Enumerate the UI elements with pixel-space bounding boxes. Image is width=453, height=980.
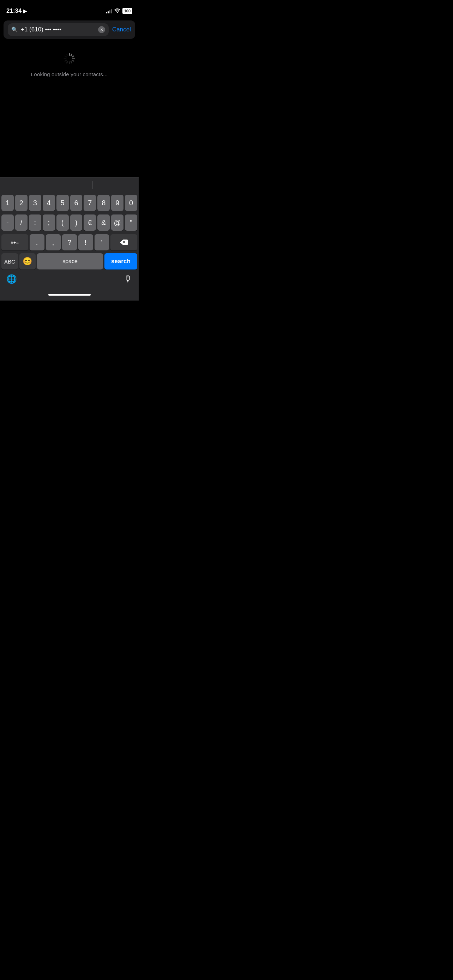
search-icon: 🔍 xyxy=(11,27,18,33)
battery-indicator: 100 xyxy=(122,8,132,14)
battery-level: 100 xyxy=(124,9,130,13)
key-period[interactable]: . xyxy=(30,234,45,250)
main-content: Looking outside your contacts... xyxy=(0,41,139,140)
search-bar[interactable]: 🔍 +1 (610) ••• •••• ✕ xyxy=(8,23,109,36)
key-0[interactable]: 0 xyxy=(125,195,137,211)
number-row: 1 2 3 4 5 6 7 8 9 0 xyxy=(0,192,139,212)
time-display: 21:34 xyxy=(6,7,22,14)
emoji-key[interactable]: 😊 xyxy=(19,253,36,269)
loading-spinner xyxy=(64,56,75,67)
key-3[interactable]: 3 xyxy=(29,195,41,211)
microphone-icon[interactable]: 🎙 xyxy=(124,274,132,284)
candidate-left[interactable] xyxy=(0,182,46,189)
key-close-paren[interactable]: ) xyxy=(70,215,83,231)
misc-row: #+= . , ? ! ' xyxy=(0,232,139,252)
key-at[interactable]: @ xyxy=(111,215,124,231)
key-slash[interactable]: / xyxy=(15,215,27,231)
loading-text: Looking outside your contacts... xyxy=(31,71,108,77)
key-7[interactable]: 7 xyxy=(84,195,96,211)
candidate-center[interactable] xyxy=(46,182,92,189)
home-indicator xyxy=(0,289,139,301)
clear-button[interactable]: ✕ xyxy=(98,26,105,33)
wifi-icon xyxy=(114,8,120,14)
search-input[interactable]: +1 (610) ••• •••• xyxy=(21,26,95,33)
search-key[interactable]: search xyxy=(105,253,137,269)
signal-bars xyxy=(106,8,112,13)
key-6[interactable]: 6 xyxy=(70,195,83,211)
key-2[interactable]: 2 xyxy=(15,195,27,211)
key-colon[interactable]: : xyxy=(29,215,41,231)
key-exclaim[interactable]: ! xyxy=(78,234,93,250)
bottom-key-row: ABC 😊 space search xyxy=(0,252,139,271)
key-1[interactable]: 1 xyxy=(2,195,14,211)
key-ampersand[interactable]: & xyxy=(97,215,110,231)
key-semicolon[interactable]: ; xyxy=(43,215,55,231)
key-question[interactable]: ? xyxy=(62,234,77,250)
abc-key[interactable]: ABC xyxy=(2,253,18,269)
svg-point-0 xyxy=(117,12,118,13)
backspace-key[interactable] xyxy=(110,234,137,250)
key-open-paren[interactable]: ( xyxy=(56,215,69,231)
space-key[interactable]: space xyxy=(37,253,103,269)
key-apostrophe[interactable]: ' xyxy=(95,234,110,250)
key-5[interactable]: 5 xyxy=(56,195,69,211)
key-numpad[interactable]: #+= xyxy=(2,234,28,250)
key-9[interactable]: 9 xyxy=(111,195,124,211)
key-8[interactable]: 8 xyxy=(97,195,110,211)
keyboard: 1 2 3 4 5 6 7 8 9 0 - / : ; ( ) € & @ " … xyxy=(0,177,139,301)
key-comma[interactable]: , xyxy=(46,234,61,250)
candidate-right[interactable] xyxy=(93,182,139,189)
cancel-button[interactable]: Cancel xyxy=(112,26,131,33)
search-container: 🔍 +1 (610) ••• •••• ✕ Cancel xyxy=(3,21,135,39)
keyboard-bottom: 🌐 🎙 xyxy=(0,271,139,289)
key-dash[interactable]: - xyxy=(2,215,14,231)
home-bar xyxy=(48,294,91,296)
status-time: 21:34 ▶ xyxy=(6,7,27,14)
key-quote[interactable]: " xyxy=(125,215,137,231)
status-right: 100 xyxy=(106,8,132,14)
globe-icon[interactable]: 🌐 xyxy=(6,274,17,284)
key-4[interactable]: 4 xyxy=(43,195,55,211)
symbol-row: - / : ; ( ) € & @ " xyxy=(0,212,139,232)
candidate-bar xyxy=(0,177,139,192)
location-icon: ▶ xyxy=(23,8,27,14)
status-bar: 21:34 ▶ 100 xyxy=(0,0,139,18)
key-euro[interactable]: € xyxy=(84,215,96,231)
